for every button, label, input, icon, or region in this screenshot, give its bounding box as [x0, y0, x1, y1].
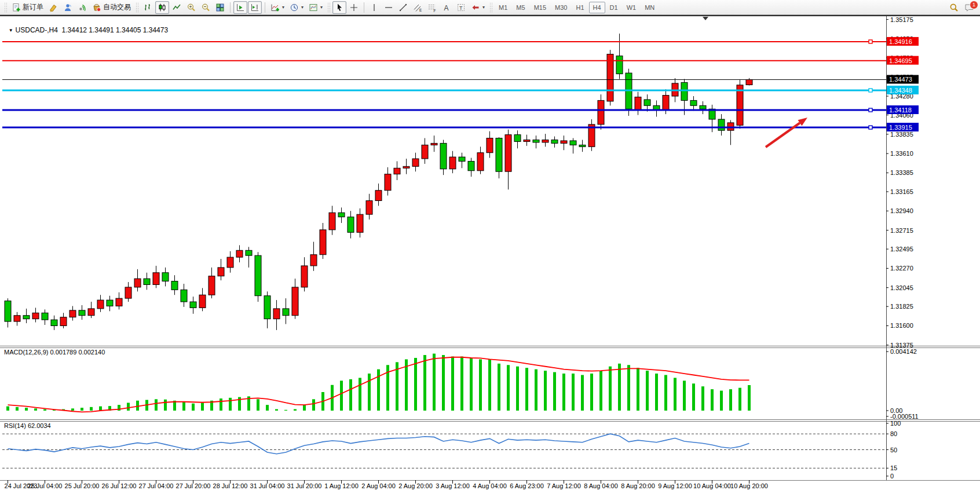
- vertical-line-button[interactable]: [367, 1, 381, 14]
- horizontal-line-button[interactable]: [382, 1, 396, 14]
- time-axis-label[interactable]: 6 Aug 23:00: [510, 482, 544, 489]
- time-axis-label[interactable]: 27 Jul 04:00: [139, 482, 174, 489]
- time-axis-label[interactable]: 10 Aug 04:00: [693, 482, 731, 489]
- rsi-indicator-label: RSI(14) 62.0034: [4, 422, 51, 429]
- trendline-button[interactable]: [396, 1, 410, 14]
- cursor-icon: [335, 3, 344, 12]
- time-axis-label[interactable]: 27 Jul 20:00: [176, 482, 211, 489]
- candle: [385, 174, 391, 191]
- line-handle-1.34348[interactable]: [869, 89, 872, 92]
- trendline-icon: [398, 3, 408, 12]
- timeframe-m1-button[interactable]: M1: [495, 2, 511, 13]
- chart-title-expand-icon[interactable]: ▼: [9, 28, 13, 33]
- zoom-in-button[interactable]: [184, 1, 198, 14]
- time-axis-label[interactable]: 8 Aug 20:00: [621, 482, 655, 489]
- candle: [144, 279, 150, 284]
- chart-title[interactable]: ▼USDCAD-,H4 1.34412 1.34491 1.34405 1.34…: [5, 18, 168, 34]
- templates-button[interactable]: ▾: [306, 1, 325, 14]
- bar-chart-button[interactable]: [141, 1, 155, 14]
- time-axis-label[interactable]: 7 Aug 12:00: [547, 482, 581, 489]
- crosshair-button[interactable]: [347, 1, 361, 14]
- time-axis-label[interactable]: 1 Aug 12:00: [324, 482, 359, 489]
- timeframe-m15-button[interactable]: M15: [530, 2, 550, 13]
- chart-canvas[interactable]: 1.351751.349501.347281.345051.342801.340…: [0, 0, 980, 494]
- timeframe-d1-button[interactable]: D1: [606, 2, 622, 13]
- time-axis-label[interactable]: 25 Jul 04:00: [28, 482, 63, 489]
- zoom-out-button[interactable]: [199, 1, 213, 14]
- toolbar-grip[interactable]: [136, 2, 138, 13]
- fibonacci-icon: F: [427, 3, 437, 12]
- line-chart-button[interactable]: [170, 1, 184, 14]
- candle: [51, 320, 57, 325]
- timeframe-h1-button[interactable]: H1: [572, 2, 588, 13]
- autoscroll-button[interactable]: [233, 1, 247, 14]
- toolbar-grip[interactable]: [4, 2, 7, 13]
- notifications-button[interactable]: 1: [964, 3, 974, 12]
- time-axis-label[interactable]: 10 Aug 20:00: [730, 482, 768, 489]
- candle: [607, 54, 613, 101]
- trend-arrow[interactable]: [766, 123, 800, 147]
- vertical-line-icon: [370, 3, 379, 12]
- price-axis-label: 1.32270: [890, 265, 913, 272]
- time-axis-label[interactable]: 3 Aug 12:00: [436, 482, 470, 489]
- time-axis-label[interactable]: 31 Jul 04:00: [250, 482, 285, 489]
- arrows-button[interactable]: ▾: [469, 1, 487, 14]
- text-button[interactable]: A: [440, 1, 454, 14]
- time-axis-label[interactable]: 2 Aug 04:00: [361, 482, 396, 489]
- text-label-button[interactable]: T: [454, 1, 468, 14]
- toolbar-grip[interactable]: [327, 2, 330, 13]
- time-axis-label[interactable]: 26 Jul 12:00: [102, 482, 137, 489]
- price-axis-label: 1.31600: [890, 322, 913, 329]
- candle: [42, 313, 48, 320]
- svg-text:T: T: [459, 5, 463, 10]
- time-axis-label[interactable]: 4 Aug 04:00: [473, 482, 507, 489]
- price-axis-label: 1.33385: [890, 169, 913, 176]
- timeframe-mn-button[interactable]: MN: [641, 2, 659, 13]
- candle: [542, 140, 548, 142]
- search-button[interactable]: [947, 1, 961, 14]
- tile-windows-button[interactable]: [213, 1, 227, 14]
- price-axis-label: 1.32495: [890, 246, 913, 253]
- rsi-axis-label: 0: [890, 473, 894, 480]
- line-handle-1.34916[interactable]: [869, 40, 872, 43]
- candle: [524, 140, 530, 141]
- cursor-button[interactable]: [332, 1, 346, 14]
- price-badge-label: 1.33915: [889, 124, 912, 131]
- timeframe-m5-button[interactable]: M5: [512, 2, 529, 13]
- new-order-label: 新订单: [23, 2, 43, 12]
- line-handle-1.33915[interactable]: [869, 126, 872, 129]
- candle: [181, 290, 187, 302]
- line-handle-1.34118[interactable]: [869, 108, 872, 112]
- tile-windows-icon: [215, 3, 225, 12]
- time-axis-label[interactable]: 28 Jul 12:00: [213, 482, 248, 489]
- notification-badge: 1: [970, 1, 978, 9]
- timeframe-h4-button[interactable]: H4: [589, 2, 605, 13]
- candle: [644, 100, 650, 105]
- metaeditor-button[interactable]: [46, 1, 60, 14]
- timeframe-w1-button[interactable]: W1: [623, 2, 641, 13]
- autotrading-button[interactable]: 自动交易: [90, 1, 133, 14]
- indicators-button[interactable]: ▾: [268, 1, 287, 14]
- new-order-button[interactable]: 新订单: [9, 1, 46, 14]
- candle: [616, 56, 623, 74]
- timeframe-m30-button[interactable]: M30: [551, 2, 571, 13]
- time-axis-label[interactable]: 2 Aug 20:00: [398, 482, 433, 489]
- indicators-icon: [270, 3, 280, 12]
- toolbar-grip[interactable]: [489, 2, 492, 13]
- fibonacci-button[interactable]: F: [425, 1, 439, 14]
- equidistant-channel-button[interactable]: E: [411, 1, 425, 14]
- time-axis-label[interactable]: 8 Aug 04:00: [584, 482, 618, 489]
- candlestick-chart-button[interactable]: [155, 1, 169, 14]
- candle: [579, 145, 586, 147]
- arrow-shape-icon: [471, 3, 480, 12]
- candle: [561, 141, 567, 143]
- candle: [394, 168, 400, 174]
- chart-shift-button[interactable]: [248, 1, 262, 14]
- time-axis-label[interactable]: 9 Aug 12:00: [658, 482, 692, 489]
- mql5-community-button[interactable]: [61, 1, 75, 14]
- time-axis-label[interactable]: 25 Jul 20:00: [65, 482, 100, 489]
- periods-button[interactable]: ▾: [287, 1, 306, 14]
- time-axis-label[interactable]: 31 Jul 20:00: [287, 482, 322, 489]
- candle: [366, 201, 372, 215]
- signals-button[interactable]: [75, 1, 89, 14]
